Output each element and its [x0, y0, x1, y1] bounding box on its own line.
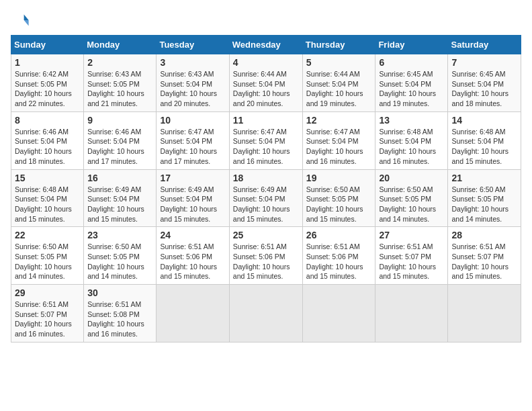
calendar-header-friday: Friday	[375, 36, 448, 54]
day-info: Sunrise: 6:50 AM Sunset: 5:05 PM Dayligh…	[451, 185, 517, 224]
day-number: 2	[87, 57, 152, 68]
calendar-cell	[302, 285, 375, 342]
day-number: 12	[306, 115, 372, 126]
calendar-cell: 3Sunrise: 6:43 AM Sunset: 5:04 PM Daylig…	[157, 54, 229, 112]
day-number: 6	[379, 57, 444, 68]
calendar-cell: 5Sunrise: 6:44 AM Sunset: 5:04 PM Daylig…	[302, 54, 375, 112]
day-info: Sunrise: 6:51 AM Sunset: 5:06 PM Dayligh…	[306, 242, 372, 281]
day-info: Sunrise: 6:49 AM Sunset: 5:04 PM Dayligh…	[160, 185, 225, 224]
calendar-cell: 22Sunrise: 6:50 AM Sunset: 5:05 PM Dayli…	[11, 227, 84, 285]
calendar-header-sunday: Sunday	[11, 36, 84, 54]
day-number: 1	[15, 57, 80, 68]
calendar-cell: 30Sunrise: 6:51 AM Sunset: 5:08 PM Dayli…	[84, 285, 157, 342]
day-info: Sunrise: 6:51 AM Sunset: 5:06 PM Dayligh…	[160, 242, 225, 281]
day-info: Sunrise: 6:50 AM Sunset: 5:05 PM Dayligh…	[87, 242, 152, 281]
calendar-week-4: 22Sunrise: 6:50 AM Sunset: 5:05 PM Dayli…	[11, 227, 521, 285]
day-number: 19	[306, 173, 372, 183]
calendar-week-2: 8Sunrise: 6:46 AM Sunset: 5:04 PM Daylig…	[11, 111, 521, 169]
calendar-cell: 18Sunrise: 6:49 AM Sunset: 5:04 PM Dayli…	[229, 169, 302, 227]
calendar-week-5: 29Sunrise: 6:51 AM Sunset: 5:07 PM Dayli…	[11, 285, 521, 342]
calendar-cell: 23Sunrise: 6:50 AM Sunset: 5:05 PM Dayli…	[84, 227, 157, 285]
calendar-cell: 13Sunrise: 6:48 AM Sunset: 5:04 PM Dayli…	[375, 111, 448, 169]
calendar-cell	[157, 285, 229, 342]
day-info: Sunrise: 6:50 AM Sunset: 5:05 PM Dayligh…	[379, 185, 444, 224]
day-number: 5	[306, 57, 372, 68]
day-info: Sunrise: 6:45 AM Sunset: 5:04 PM Dayligh…	[451, 69, 517, 109]
calendar-header-row: SundayMondayTuesdayWednesdayThursdayFrid…	[11, 36, 521, 54]
day-info: Sunrise: 6:50 AM Sunset: 5:05 PM Dayligh…	[15, 242, 80, 281]
day-info: Sunrise: 6:47 AM Sunset: 5:04 PM Dayligh…	[233, 127, 299, 167]
calendar-cell: 20Sunrise: 6:50 AM Sunset: 5:05 PM Dayli…	[375, 169, 448, 227]
calendar-cell: 10Sunrise: 6:47 AM Sunset: 5:04 PM Dayli…	[157, 111, 229, 169]
day-info: Sunrise: 6:42 AM Sunset: 5:05 PM Dayligh…	[15, 69, 80, 109]
calendar-cell: 29Sunrise: 6:51 AM Sunset: 5:07 PM Dayli…	[11, 285, 84, 342]
calendar-cell: 1Sunrise: 6:42 AM Sunset: 5:05 PM Daylig…	[11, 54, 84, 112]
calendar-cell: 7Sunrise: 6:45 AM Sunset: 5:04 PM Daylig…	[448, 54, 521, 112]
calendar-cell: 15Sunrise: 6:48 AM Sunset: 5:04 PM Dayli…	[11, 169, 84, 227]
day-number: 3	[160, 57, 225, 68]
day-number: 8	[15, 115, 80, 126]
calendar-cell: 25Sunrise: 6:51 AM Sunset: 5:06 PM Dayli…	[229, 227, 302, 285]
calendar-cell: 12Sunrise: 6:47 AM Sunset: 5:04 PM Dayli…	[302, 111, 375, 169]
calendar-cell: 27Sunrise: 6:51 AM Sunset: 5:07 PM Dayli…	[375, 227, 448, 285]
calendar-header-tuesday: Tuesday	[157, 36, 229, 54]
day-info: Sunrise: 6:48 AM Sunset: 5:04 PM Dayligh…	[451, 127, 517, 167]
day-info: Sunrise: 6:46 AM Sunset: 5:04 PM Dayligh…	[87, 127, 152, 167]
day-info: Sunrise: 6:48 AM Sunset: 5:04 PM Dayligh…	[15, 185, 80, 224]
day-number: 20	[379, 173, 444, 183]
calendar-cell: 8Sunrise: 6:46 AM Sunset: 5:04 PM Daylig…	[11, 111, 84, 169]
calendar-cell: 26Sunrise: 6:51 AM Sunset: 5:06 PM Dayli…	[302, 227, 375, 285]
day-number: 27	[379, 230, 444, 240]
day-info: Sunrise: 6:51 AM Sunset: 5:07 PM Dayligh…	[451, 242, 517, 281]
day-number: 25	[233, 230, 299, 240]
day-number: 16	[87, 173, 152, 183]
day-info: Sunrise: 6:51 AM Sunset: 5:06 PM Dayligh…	[233, 242, 299, 281]
day-number: 9	[87, 115, 152, 126]
day-info: Sunrise: 6:51 AM Sunset: 5:07 PM Dayligh…	[15, 300, 80, 339]
day-number: 21	[451, 173, 517, 183]
day-number: 7	[451, 57, 517, 68]
day-number: 15	[15, 173, 80, 183]
day-info: Sunrise: 6:44 AM Sunset: 5:04 PM Dayligh…	[306, 69, 372, 109]
calendar-cell: 16Sunrise: 6:49 AM Sunset: 5:04 PM Dayli…	[84, 169, 157, 227]
day-number: 30	[87, 287, 152, 298]
logo	[11, 11, 32, 30]
calendar-cell: 2Sunrise: 6:43 AM Sunset: 5:05 PM Daylig…	[84, 54, 157, 112]
day-info: Sunrise: 6:44 AM Sunset: 5:04 PM Dayligh…	[233, 69, 299, 109]
day-info: Sunrise: 6:43 AM Sunset: 5:04 PM Dayligh…	[160, 69, 225, 109]
calendar-cell: 9Sunrise: 6:46 AM Sunset: 5:04 PM Daylig…	[84, 111, 157, 169]
day-number: 22	[15, 230, 80, 240]
calendar-cell	[229, 285, 302, 342]
calendar-body: 1Sunrise: 6:42 AM Sunset: 5:05 PM Daylig…	[11, 54, 521, 342]
calendar-header-saturday: Saturday	[448, 36, 521, 54]
header	[11, 11, 521, 30]
day-info: Sunrise: 6:43 AM Sunset: 5:05 PM Dayligh…	[87, 69, 152, 109]
calendar-cell: 11Sunrise: 6:47 AM Sunset: 5:04 PM Dayli…	[229, 111, 302, 169]
day-number: 28	[451, 230, 517, 240]
day-info: Sunrise: 6:51 AM Sunset: 5:08 PM Dayligh…	[87, 300, 152, 339]
day-number: 17	[160, 173, 225, 183]
calendar-cell: 21Sunrise: 6:50 AM Sunset: 5:05 PM Dayli…	[448, 169, 521, 227]
day-number: 23	[87, 230, 152, 240]
calendar-cell: 28Sunrise: 6:51 AM Sunset: 5:07 PM Dayli…	[448, 227, 521, 285]
calendar-cell: 4Sunrise: 6:44 AM Sunset: 5:04 PM Daylig…	[229, 54, 302, 112]
calendar-cell: 6Sunrise: 6:45 AM Sunset: 5:04 PM Daylig…	[375, 54, 448, 112]
day-number: 26	[306, 230, 372, 240]
day-info: Sunrise: 6:48 AM Sunset: 5:04 PM Dayligh…	[379, 127, 444, 167]
day-number: 4	[233, 57, 299, 68]
day-number: 29	[15, 287, 80, 298]
day-number: 18	[233, 173, 299, 183]
day-info: Sunrise: 6:47 AM Sunset: 5:04 PM Dayligh…	[306, 127, 372, 167]
svg-marker-0	[24, 15, 29, 20]
calendar-week-1: 1Sunrise: 6:42 AM Sunset: 5:05 PM Daylig…	[11, 54, 521, 112]
calendar-cell: 19Sunrise: 6:50 AM Sunset: 5:05 PM Dayli…	[302, 169, 375, 227]
calendar-cell	[448, 285, 521, 342]
calendar-cell	[375, 285, 448, 342]
calendar-header-thursday: Thursday	[302, 36, 375, 54]
calendar-cell: 24Sunrise: 6:51 AM Sunset: 5:06 PM Dayli…	[157, 227, 229, 285]
calendar-header-wednesday: Wednesday	[229, 36, 302, 54]
calendar: SundayMondayTuesdayWednesdayThursdayFrid…	[11, 35, 521, 342]
day-number: 24	[160, 230, 225, 240]
day-info: Sunrise: 6:51 AM Sunset: 5:07 PM Dayligh…	[379, 242, 444, 281]
day-info: Sunrise: 6:50 AM Sunset: 5:05 PM Dayligh…	[306, 185, 372, 224]
